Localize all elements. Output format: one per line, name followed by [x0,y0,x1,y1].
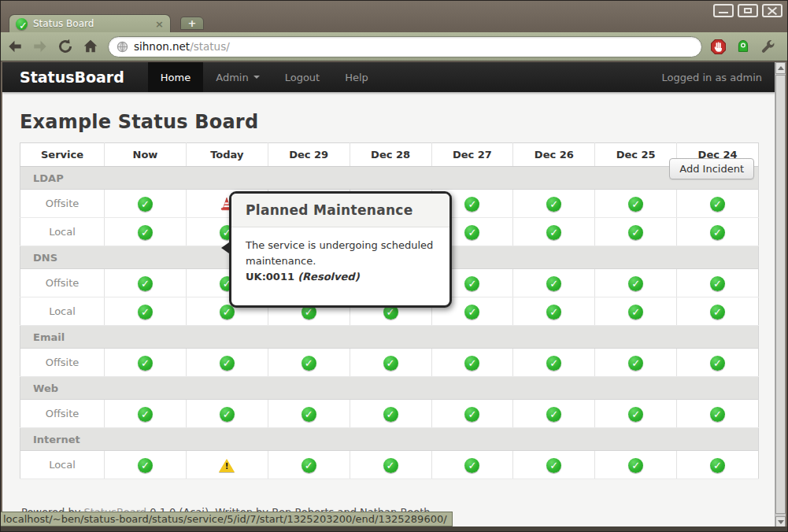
status-ok-icon[interactable] [546,305,561,320]
status-ok-icon[interactable] [383,356,398,371]
page-title: Example Status Board [20,111,759,133]
service-name-cell: Local [20,297,105,326]
status-ok-icon[interactable] [546,458,561,473]
status-ok-icon[interactable] [628,407,643,422]
status-ok-icon[interactable] [710,407,725,422]
status-cell [105,218,187,246]
nav-item-logout[interactable]: Logout [272,62,333,92]
status-ok-icon[interactable] [464,407,479,422]
new-tab-button[interactable]: + [180,17,204,30]
status-cell [431,349,513,377]
status-ok-icon[interactable] [138,276,153,291]
status-cell [105,269,187,297]
column-header: Dec 27 [431,143,513,167]
status-cell [350,451,431,479]
group-row-email: Email [20,326,759,349]
status-ok-icon[interactable] [710,276,725,291]
scrollbar-thumb[interactable] [775,75,786,514]
tooltip-incident-ref: UK:0011 [246,271,294,283]
status-ok-icon[interactable] [628,356,643,371]
titlebar[interactable]: Status Board × + [1,1,787,32]
status-ok-icon[interactable] [628,197,643,212]
forward-icon[interactable] [29,36,51,57]
group-label: LDAP [20,167,759,190]
group-row-internet: Internet [20,428,759,451]
status-ok-icon[interactable] [628,276,643,291]
status-warning-icon[interactable] [218,458,235,473]
home-icon[interactable] [80,36,102,57]
status-cell [350,400,431,428]
table-row: Offsite [20,400,759,428]
column-header: Today [186,143,268,167]
scroll-up-icon[interactable] [775,62,786,74]
reload-icon[interactable] [54,36,76,57]
table-row: Local [20,451,759,479]
address-bar[interactable]: sihnon.net/status/ [108,36,702,57]
status-cell [513,349,595,377]
status-cell [595,218,677,246]
status-ok-icon[interactable] [138,407,153,422]
status-ok-icon[interactable] [628,225,643,240]
status-ok-icon[interactable] [138,458,153,473]
nav-item-admin[interactable]: Admin [203,62,272,92]
status-ok-icon[interactable] [710,458,725,473]
group-row-ldap: LDAP [20,167,759,190]
browser-window: Status Board × + sihnon.net/status/ [0,0,788,532]
status-ok-icon[interactable] [464,458,479,473]
table-row: Offsite [20,349,759,377]
status-ok-icon[interactable] [628,458,643,473]
nav-item-label: Admin [216,72,248,83]
status-ok-icon[interactable] [383,458,398,473]
status-ok-icon[interactable] [138,225,153,240]
status-ok-icon[interactable] [464,197,479,212]
status-cell [350,349,431,377]
status-ok-icon[interactable] [302,356,316,371]
status-ok-icon[interactable] [546,225,561,240]
status-ok-icon[interactable] [546,197,561,212]
status-ok-icon[interactable] [302,407,316,422]
status-ok-icon[interactable] [138,305,153,320]
status-cell [513,451,595,479]
status-ok-icon[interactable] [710,305,725,320]
status-ok-icon[interactable] [546,356,561,371]
brand-logo[interactable]: StatusBoard [20,68,124,86]
wrench-icon[interactable] [760,39,776,55]
column-header: Dec 28 [350,143,431,167]
status-ok-icon[interactable] [220,356,235,371]
back-icon[interactable] [4,36,26,57]
status-cell [513,400,595,428]
status-ok-icon[interactable] [546,276,561,291]
status-ok-icon[interactable] [138,197,153,212]
status-ok-icon[interactable] [710,197,725,212]
status-ok-icon[interactable] [464,356,479,371]
status-ok-icon[interactable] [302,458,316,473]
logged-in-status: Logged in as admin [662,62,762,92]
tooltip-arrow-icon [221,242,229,253]
status-ok-icon[interactable] [710,356,725,371]
extension-green-icon[interactable] [735,39,751,54]
status-ok-icon[interactable] [138,356,153,371]
minimize-button[interactable] [713,4,734,17]
status-ok-icon[interactable] [710,225,725,240]
close-button[interactable] [762,4,782,17]
nav-item-label: Home [161,72,191,83]
status-ok-icon[interactable] [464,305,479,320]
status-cell [431,451,513,479]
status-cell [595,451,677,479]
status-ok-icon[interactable] [464,225,479,240]
status-cell [595,349,677,377]
browser-tab[interactable]: Status Board × [9,14,171,32]
status-ok-icon[interactable] [383,407,398,422]
adblock-stop-icon[interactable] [710,39,727,55]
nav-item-home[interactable]: Home [148,62,203,92]
add-incident-button[interactable]: Add Incident [669,158,754,179]
status-ok-icon[interactable] [546,407,561,422]
maximize-button[interactable] [738,4,758,17]
column-header: Dec 26 [513,143,595,167]
nav-item-help[interactable]: Help [332,62,381,92]
status-ok-icon[interactable] [220,407,235,422]
status-ok-icon[interactable] [628,305,643,320]
tab-close-icon[interactable]: × [155,19,164,29]
status-ok-icon[interactable] [464,276,479,291]
page-scrollbar[interactable] [775,62,786,528]
